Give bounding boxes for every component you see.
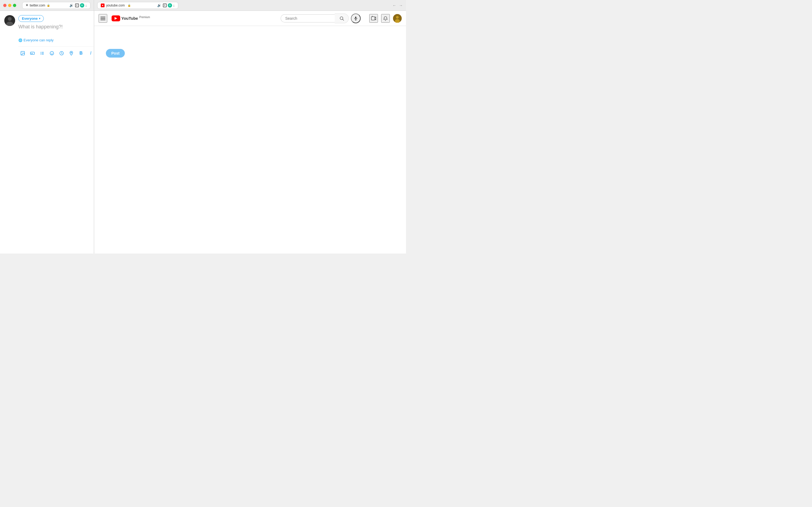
yt-extension-slash-icon[interactable]: Z (163, 3, 167, 7)
youtube-logo-icon (112, 15, 120, 21)
download-icon[interactable]: ↓ (85, 3, 87, 7)
avatar-image (4, 15, 15, 26)
svg-rect-18 (101, 17, 105, 17)
svg-point-1 (8, 17, 12, 21)
youtube-audio-icon[interactable]: 🔊 (157, 3, 161, 7)
nav-back-icon[interactable]: ← (392, 3, 396, 8)
youtube-mic-button[interactable] (351, 13, 361, 23)
youtube-favicon: ▶ (101, 3, 105, 7)
svg-point-14 (51, 53, 52, 53)
yt-grammarly-extension-icon[interactable]: G (168, 3, 172, 8)
schedule-button[interactable] (57, 49, 66, 58)
youtube-logo-text: YouTube Premium (121, 16, 150, 21)
youtube-menu-button[interactable] (99, 14, 107, 23)
twitter-url-text: twitter.com (30, 3, 45, 7)
svg-text:GIF: GIF (31, 53, 34, 54)
maximize-button[interactable] (13, 4, 16, 7)
svg-point-7 (41, 52, 41, 52)
compose-area: Everyone ▾ What is happening?! G 🌐 Every… (4, 15, 89, 58)
audience-label: Everyone (22, 16, 38, 20)
youtube-header-actions (369, 14, 402, 23)
twitter-pane: Everyone ▾ What is happening?! G 🌐 Every… (0, 11, 94, 253)
location-button[interactable] (67, 49, 76, 58)
svg-point-13 (50, 51, 54, 55)
youtube-search-input[interactable] (280, 14, 335, 22)
bold-button[interactable]: B (77, 49, 85, 58)
youtube-premium-label: Premium (139, 16, 150, 19)
svg-rect-23 (355, 16, 356, 19)
twitter-x-icon: ✕ (26, 3, 28, 7)
svg-rect-20 (101, 19, 105, 20)
grammarly-extension-icon[interactable]: G (80, 3, 84, 8)
globe-icon: 🌐 (18, 38, 22, 42)
youtube-lock-icon: 🔒 (127, 4, 131, 7)
youtube-url-text: youtube.com (106, 3, 125, 7)
youtube-header: YouTube Premium (94, 11, 406, 26)
youtube-search-box (280, 13, 349, 23)
audience-button[interactable]: Everyone ▾ (18, 15, 44, 22)
svg-point-4 (21, 52, 22, 53)
reply-permission-text: Everyone can reply (23, 38, 54, 42)
youtube-create-button[interactable] (369, 14, 378, 23)
user-avatar (4, 15, 15, 26)
svg-point-17 (71, 52, 72, 53)
twitter-lock-icon: 🔒 (47, 4, 50, 7)
compose-placeholder: What is happening?! (18, 24, 63, 30)
italic-icon: I (90, 51, 91, 56)
bold-icon: B (79, 51, 83, 56)
youtube-user-avatar[interactable] (393, 14, 402, 23)
svg-point-9 (41, 54, 41, 55)
svg-rect-19 (101, 18, 105, 19)
minimize-button[interactable] (8, 4, 11, 7)
youtube-search-button[interactable] (335, 13, 349, 23)
close-button[interactable] (3, 4, 6, 7)
svg-point-30 (396, 16, 399, 19)
svg-point-8 (41, 53, 41, 54)
twitter-audio-icon[interactable]: 🔊 (69, 3, 73, 7)
emoji-button[interactable] (48, 49, 56, 58)
youtube-search-container (280, 13, 361, 23)
svg-rect-26 (371, 16, 375, 20)
gif-button[interactable]: GIF (28, 49, 37, 58)
chevron-down-icon: ▾ (39, 17, 40, 20)
list-button[interactable] (38, 49, 47, 58)
twitter-url-bar[interactable]: ✕ twitter.com 🔒 🔊 Z G ↓ (22, 2, 90, 9)
svg-line-22 (342, 19, 343, 20)
youtube-notifications-button[interactable] (381, 14, 390, 23)
extension-slash-icon[interactable]: Z (75, 3, 79, 7)
nav-forward-icon[interactable]: → (399, 3, 403, 8)
youtube-pane: YouTube Premium (94, 11, 406, 253)
yt-download-icon[interactable]: ↓ (173, 3, 175, 7)
svg-point-15 (52, 53, 53, 53)
youtube-logo: YouTube Premium (112, 15, 150, 21)
youtube-url-bar[interactable]: ▶ youtube.com 🔒 🔊 Z G ↓ (97, 2, 178, 9)
image-button[interactable] (18, 49, 27, 58)
compose-toolbar: GIF (18, 49, 125, 58)
youtube-content (94, 26, 406, 253)
post-button[interactable]: Post (106, 49, 125, 58)
browser-toolbar-right: ← → (392, 3, 403, 8)
youtube-wordmark: YouTube (121, 16, 138, 20)
